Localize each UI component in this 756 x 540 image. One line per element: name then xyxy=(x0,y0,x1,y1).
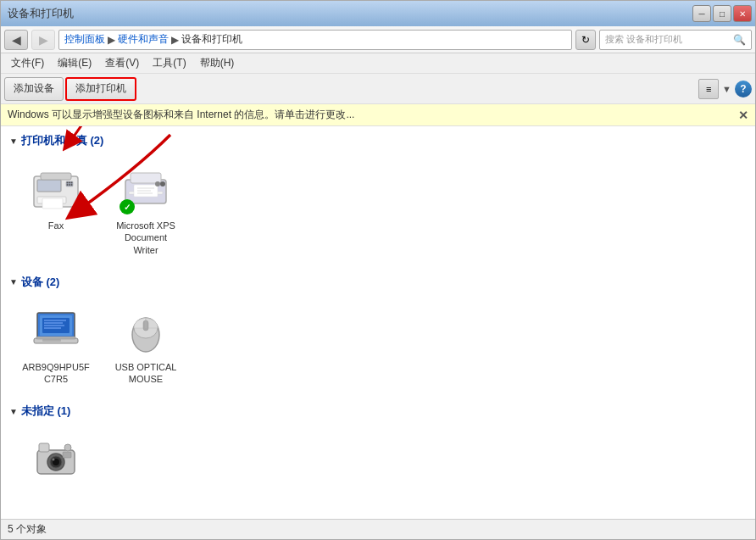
unspecified-collapse-icon: ▼ xyxy=(9,407,18,416)
main-window: 设备和打印机 ─ □ ✕ ◀ ▶ 控制面板 ▶ 硬件和声音 ▶ 设备和打印机 ↻… xyxy=(0,0,756,540)
back-button[interactable]: ◀ xyxy=(4,30,28,50)
search-placeholder: 搜索 设备和打印机 xyxy=(605,33,682,46)
status-count: 5 个对象 xyxy=(8,522,47,537)
mouse-icon xyxy=(119,303,173,357)
menu-edit[interactable]: 编辑(E) xyxy=(51,54,98,72)
svg-rect-25 xyxy=(36,337,75,339)
search-box[interactable]: 搜索 设备和打印机 🔍 xyxy=(599,30,752,50)
printers-collapse-icon: ▼ xyxy=(9,136,18,146)
xps-label: Microsoft XPSDocumentWriter xyxy=(116,220,175,256)
svg-point-7 xyxy=(67,184,69,186)
notification-close-button[interactable]: ✕ xyxy=(738,109,748,122)
svg-point-4 xyxy=(67,182,69,184)
fax-label: Fax xyxy=(48,220,64,231)
xps-icon-container: ✓ xyxy=(116,159,175,218)
toolbar: 添加设备 添加打印机 ≡ ▼ ? xyxy=(1,74,755,104)
add-device-button[interactable]: 添加设备 xyxy=(4,77,64,101)
menu-view[interactable]: 查看(V) xyxy=(98,54,146,72)
breadcrumb-sep-2: ▶ xyxy=(171,34,179,46)
laptop-icon xyxy=(29,303,83,357)
breadcrumb-sep-1: ▶ xyxy=(108,34,115,46)
menu-tools[interactable]: 工具(T) xyxy=(146,54,192,72)
svg-point-9 xyxy=(71,184,73,186)
unspecified-grid xyxy=(1,422,755,502)
svg-point-39 xyxy=(53,459,55,461)
unspecified-section-label: 未指定 (1) xyxy=(21,404,71,419)
svg-point-17 xyxy=(160,181,165,186)
notification-text: Windows 可以显示增强型设备图标和来自 Internet 的信息。请单击进… xyxy=(8,108,354,122)
breadcrumb-item-3[interactable]: 设备和打印机 xyxy=(181,32,242,47)
devices-section-header[interactable]: ▼ 设备 (2) xyxy=(1,268,755,293)
printers-grid: Fax xyxy=(1,152,755,268)
breadcrumb-item-home[interactable]: 控制面板 xyxy=(64,32,105,47)
mouse-icon-container xyxy=(116,300,175,359)
mouse-label: USB OPTICALMOUSE xyxy=(115,361,177,386)
view-button[interactable]: ≡ xyxy=(698,79,719,99)
xps-printer-item[interactable]: ✓ Microsoft XPSDocumentWriter xyxy=(108,155,184,259)
breadcrumb-item-2[interactable]: 硬件和声音 xyxy=(118,32,169,47)
camera-icon-container xyxy=(26,429,86,488)
address-bar: ◀ ▶ 控制面板 ▶ 硬件和声音 ▶ 设备和打印机 ↻ 搜索 设备和打印机 🔍 xyxy=(1,26,755,53)
title-bar: 设备和打印机 ─ □ ✕ xyxy=(1,1,755,26)
printers-section-header[interactable]: ▼ 打印机和传真 (2) xyxy=(1,126,755,152)
window-controls: ─ □ ✕ xyxy=(692,5,752,22)
refresh-button[interactable]: ↻ xyxy=(575,30,596,50)
svg-rect-40 xyxy=(39,443,49,452)
menu-bar: 文件(F) 编辑(E) 查看(V) 工具(T) 帮助(H) xyxy=(1,53,755,74)
laptop-label: ARB9Q9HPU5FC7R5 xyxy=(22,361,89,386)
svg-rect-11 xyxy=(42,198,63,209)
svg-point-16 xyxy=(155,181,160,186)
toolbar-right: ≡ ▼ ? xyxy=(698,79,752,99)
minimize-button[interactable]: ─ xyxy=(692,5,711,22)
devices-grid: ARB9Q9HPU5FC7R5 xyxy=(1,293,755,398)
svg-rect-13 xyxy=(131,173,161,183)
menu-help[interactable]: 帮助(H) xyxy=(193,54,242,72)
laptop-icon-container xyxy=(26,300,86,359)
svg-point-6 xyxy=(71,182,73,184)
title-bar-left: 设备和打印机 xyxy=(4,6,74,21)
svg-rect-1 xyxy=(37,180,61,192)
status-bar: 5 个对象 xyxy=(1,519,755,539)
breadcrumb[interactable]: 控制面板 ▶ 硬件和声音 ▶ 设备和打印机 xyxy=(58,30,572,50)
camera-icon xyxy=(32,435,80,482)
close-button[interactable]: ✕ xyxy=(733,5,752,22)
svg-point-5 xyxy=(69,182,70,184)
fax-icon xyxy=(29,161,83,215)
mouse-item[interactable]: USB OPTICALMOUSE xyxy=(108,297,184,389)
laptop-item[interactable]: ARB9Q9HPU5FC7R5 xyxy=(18,297,94,389)
devices-section-label: 设备 (2) xyxy=(21,275,60,290)
camera-item[interactable] xyxy=(18,426,94,493)
forward-button[interactable]: ▶ xyxy=(31,30,55,50)
svg-rect-24 xyxy=(42,339,61,342)
svg-rect-2 xyxy=(41,173,71,180)
content-area: ▼ 打印机和传真 (2) xyxy=(1,126,755,519)
window-title: 设备和打印机 xyxy=(8,6,74,21)
unspecified-section-header[interactable]: ▼ 未指定 (1) xyxy=(1,397,755,422)
svg-rect-42 xyxy=(63,452,71,458)
add-printer-button[interactable]: 添加打印机 xyxy=(65,77,136,101)
svg-point-8 xyxy=(69,184,70,186)
printers-section-label: 打印机和传真 (2) xyxy=(21,133,104,148)
menu-file[interactable]: 文件(F) xyxy=(4,54,51,72)
fax-item[interactable]: Fax xyxy=(18,155,94,259)
view-dropdown-icon[interactable]: ▼ xyxy=(722,84,731,94)
help-button[interactable]: ? xyxy=(735,81,752,97)
notification-bar: Windows 可以显示增强型设备图标和来自 Internet 的信息。请单击进… xyxy=(1,104,755,126)
search-icon: 🔍 xyxy=(733,34,746,46)
svg-point-41 xyxy=(64,444,71,451)
devices-collapse-icon: ▼ xyxy=(9,277,18,287)
fax-icon-container xyxy=(26,159,86,218)
default-printer-badge: ✓ xyxy=(120,199,135,214)
maximize-button[interactable]: □ xyxy=(713,5,731,22)
